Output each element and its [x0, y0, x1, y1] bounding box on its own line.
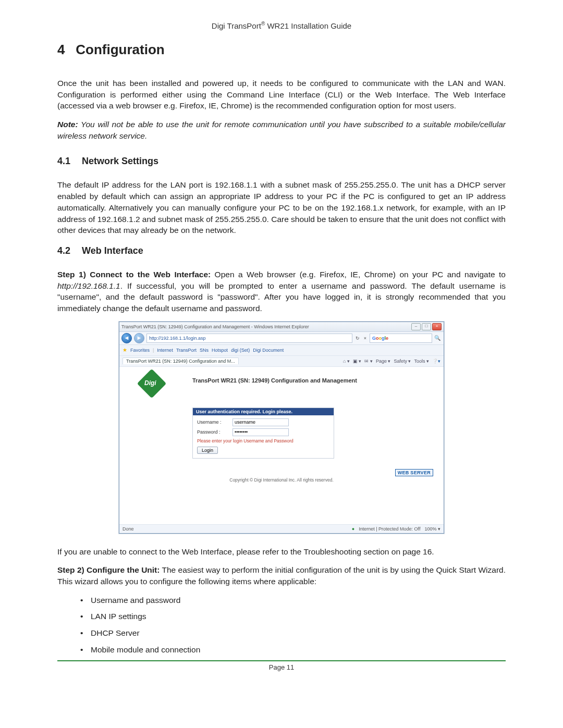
login-panel: User authentication required. Login plea… — [192, 408, 334, 459]
sub42-number: 4.2 — [57, 245, 79, 256]
ie-address-bar: ◄ ► http://192.168.1.1/login.asp ↻ × Goo… — [119, 332, 444, 345]
web-server-badge: WEB SERVER — [395, 469, 433, 476]
toolbar-safety[interactable]: Safety ▾ — [394, 359, 411, 364]
search-icon[interactable]: 🔍 — [434, 335, 440, 341]
step1-paragraph: Step 1) Connect to the Web Interface: Op… — [57, 269, 506, 314]
home-icon[interactable]: ⌂ ▾ — [343, 359, 350, 364]
url-text: http://192.168.1.1/login.asp — [149, 336, 206, 341]
list-item: DHCP Server — [80, 627, 506, 639]
help-icon[interactable]: ❔▾ — [432, 359, 440, 364]
internet-zone-icon: ● — [352, 526, 354, 532]
section-number: 4 — [57, 42, 72, 58]
header-prefix: Digi TransPort — [212, 21, 261, 30]
sub41-body: The default IP address for the LAN port … — [57, 179, 506, 236]
section-intro: Once the unit has been installed and pow… — [57, 78, 506, 112]
section-note: Note: You will not be able to use the un… — [57, 119, 506, 141]
list-item: Mobile module and connection — [80, 644, 506, 656]
ie-command-bar: ⌂ ▾ ▣ ▾ ✉ ▾ Page ▾ Safety ▾ Tools ▾ ❔▾ — [343, 359, 440, 364]
stop-icon[interactable]: × — [363, 336, 368, 341]
ie-favorites-bar: ★ Favorites | Internet TransPort SNs Hot… — [119, 345, 444, 356]
wizard-items-list: Username and password LAN IP settings DH… — [80, 595, 506, 656]
content-copyright: Copyright © Digi International Inc. All … — [127, 477, 436, 483]
step2-paragraph: Step 2) Configure the Unit: The easiest … — [57, 564, 506, 587]
digi-logo-text: Digi — [144, 379, 156, 387]
back-button[interactable]: ◄ — [121, 333, 132, 343]
status-left: Done — [123, 526, 134, 532]
status-mode: Internet | Protected Mode: Off — [359, 526, 420, 532]
password-label: Password : — [197, 429, 228, 435]
step1-b: . If successful, you will be prompted to… — [57, 281, 506, 313]
toolbar-page[interactable]: Page ▾ — [376, 359, 391, 364]
digi-logo-icon: Digi — [141, 373, 164, 392]
ie-status-bar: Done ● Internet | Protected Mode: Off 10… — [119, 524, 444, 533]
section-4-title: 4 Configuration — [57, 42, 506, 58]
subsection-4-2-title: 4.2 Web Interface — [57, 245, 506, 256]
note-label: Note: — [57, 120, 78, 129]
favlink-4[interactable]: digi (Set) — [231, 348, 250, 353]
username-input[interactable] — [232, 418, 289, 426]
list-item: LAN IP settings — [80, 611, 506, 622]
favlink-2[interactable]: SNs — [200, 348, 209, 353]
ie-content-area: Digi TransPort WR21 (SN: 12949) Configur… — [119, 367, 444, 524]
maximize-button[interactable]: □ — [422, 323, 431, 330]
page-number: Page 11 — [57, 663, 506, 671]
list-item: Username and password — [80, 595, 506, 606]
footer-rule — [57, 660, 506, 661]
doc-header: Digi TransPort® WR21 Installation Guide — [57, 21, 506, 30]
header-suffix: WR21 Installation Guide — [265, 21, 351, 30]
favlink-0[interactable]: Internet — [157, 348, 173, 353]
step1-a: Open a Web browser (e.g. Firefox, IE, Ch… — [211, 270, 506, 279]
username-label: Username : — [197, 419, 228, 425]
content-page-heading: TransPort WR21 (SN: 12949) Configuration… — [192, 377, 357, 384]
ie-window-title: TransPort WR21 (SN: 12949) Configuration… — [121, 324, 309, 329]
google-logo-icon: Google — [372, 336, 388, 341]
feeds-icon[interactable]: ▣ ▾ — [353, 359, 362, 364]
forward-button[interactable]: ► — [134, 333, 144, 343]
login-warning: Please enter your login Username and Pas… — [197, 438, 329, 443]
minimize-button[interactable]: – — [411, 323, 421, 330]
section-name: Configuration — [76, 42, 164, 57]
toolbar-tools[interactable]: Tools ▾ — [414, 359, 429, 364]
ie-titlebar: TransPort WR21 (SN: 12949) Configuration… — [119, 322, 444, 332]
favorites-star-icon[interactable]: ★ — [123, 347, 127, 353]
step2-label: Step 2) Configure the Unit: — [57, 565, 160, 574]
browser-search-input[interactable]: Google Google — [370, 334, 432, 343]
step1-url: http://192.168.1.1 — [57, 281, 120, 290]
sub41-name: Network Settings — [82, 156, 158, 166]
login-panel-header: User authentication required. Login plea… — [193, 408, 334, 415]
subsection-4-1-title: 4.1 Network Settings — [57, 156, 506, 167]
refresh-icon[interactable]: ↻ — [354, 336, 361, 341]
login-screenshot: TransPort WR21 (SN: 12949) Configuration… — [57, 322, 506, 534]
password-input[interactable] — [232, 428, 289, 436]
favlink-5[interactable]: Digi Document — [253, 348, 284, 353]
sub42-name: Web Interface — [82, 245, 143, 256]
url-input[interactable]: http://192.168.1.1/login.asp — [146, 334, 352, 343]
after-screenshot-text: If you are unable to connect to the Web … — [57, 546, 506, 558]
favlink-1[interactable]: TransPort — [176, 348, 197, 353]
ie-window: TransPort WR21 (SN: 12949) Configuration… — [119, 322, 444, 534]
note-body: You will not be able to use the unit for… — [57, 120, 506, 140]
close-button[interactable]: × — [432, 323, 442, 330]
browser-tab[interactable]: TransPort WR21 (SN: 12949) Configuration… — [123, 357, 239, 364]
favorites-label[interactable]: Favorites — [130, 348, 150, 353]
zoom-control[interactable]: 100% ▾ — [424, 526, 440, 532]
step1-label: Step 1) Connect to the Web Interface: — [57, 270, 211, 279]
ie-tab-bar: TransPort WR21 (SN: 12949) Configuration… — [119, 356, 444, 367]
login-button[interactable]: Login — [197, 447, 218, 454]
favlink-3[interactable]: Hotspot — [212, 348, 228, 353]
sub41-number: 4.1 — [57, 156, 79, 167]
mail-icon[interactable]: ✉ ▾ — [364, 359, 373, 364]
